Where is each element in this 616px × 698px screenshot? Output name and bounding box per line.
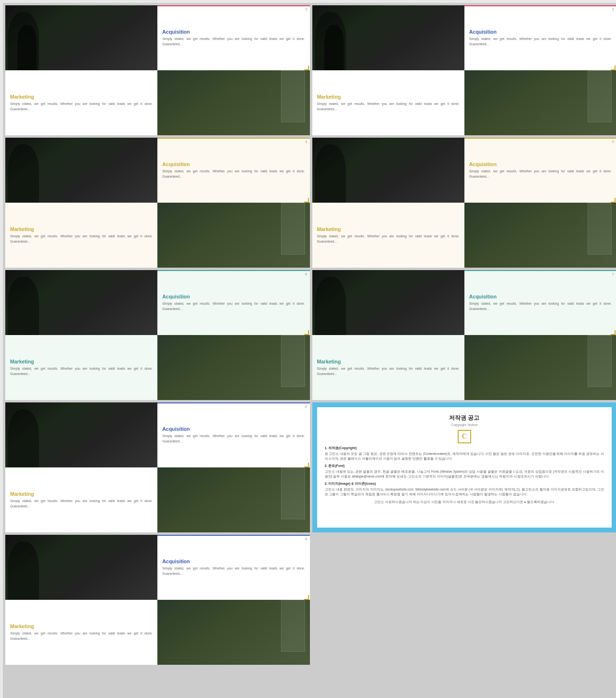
slide-6-top-img (5, 270, 157, 335)
slide-7-bottom: Marketing Simply stated, we get results.… (312, 335, 616, 400)
slide-3-bottom: Marketing Simply stated, we get results.… (312, 70, 616, 135)
slide-5-bottom: Marketing Simply stated, we get results.… (312, 203, 616, 268)
slide-8-bottom-text: Marketing Simply stated, we get results.… (5, 467, 157, 532)
slide-row-2: 4 Acquisition Simply stated, we get resu… (5, 138, 616, 268)
slide-9-bottom-text: Marketing Simply stated, we get results.… (5, 600, 157, 665)
acquisition-title-9: Acquisition (162, 558, 305, 564)
marketing-body-2: Simply stated, we get results. Whether y… (10, 102, 153, 112)
acquisition-title-2: Acquisition (162, 29, 305, 35)
slide-number-7: 7 (612, 272, 614, 276)
copyright-logo-wrap: C (325, 430, 604, 443)
slide-7-bottom-img (464, 335, 616, 400)
accent-line-7 (464, 270, 616, 271)
copyright-logo: C (458, 430, 471, 443)
acquisition-body-4: Simply stated, we get results. Whether y… (162, 169, 305, 179)
slide-7-bottom-text: Marketing Simply stated, we get results.… (312, 335, 464, 400)
slide-2-bottom-img (157, 70, 309, 135)
slide-number-8: 8 (305, 404, 307, 409)
slide-4-top-img (5, 138, 157, 203)
slide-7-top-img (312, 270, 464, 335)
copyright-section-2-title: 2. 폰트(Font) (325, 464, 604, 468)
accent-line-9 (157, 535, 309, 536)
slide-8-top-text: Acquisition Simply stated, we get result… (157, 402, 309, 467)
marketing-body-8: Simply stated, we get results. Whether y… (10, 499, 153, 509)
marketing-title-2: Marketing (10, 94, 153, 100)
slide-2-bottom: Marketing Simply stated, we get results.… (5, 70, 310, 135)
marketing-body-3: Simply stated, we get results. Whether y… (317, 102, 460, 112)
slide-5-top-img (312, 138, 464, 203)
acquisition-title-5: Acquisition (469, 161, 612, 167)
slide-6-bottom-text: Marketing Simply stated, we get results.… (5, 335, 157, 400)
slide-number-5: 5 (612, 140, 614, 144)
slide-8-top-img (5, 402, 157, 467)
slide-3-top-text: Acquisition Simply stated, we get result… (464, 5, 616, 70)
slide-2: 2 Acquisition Simply stated, we get resu… (5, 5, 310, 135)
slide-2-top: Acquisition Simply stated, we get result… (5, 5, 310, 70)
acquisition-title-4: Acquisition (162, 161, 305, 167)
slide-9-bottom: Marketing Simply stated, we get results.… (5, 600, 310, 665)
slide-4-top-text: Acquisition Simply stated, we get result… (157, 138, 309, 203)
copyright-subtitle: Copyright Notice (325, 423, 604, 427)
slide-9-bottom-img (157, 600, 309, 665)
slide-7: 7 Acquisition Simply stated, we get resu… (312, 270, 616, 400)
copyright-section-3-title: 3. 이미지(Image) & 아이콘(Icons) (325, 481, 604, 486)
marketing-body-7: Simply stated, we get results. Whether y… (317, 366, 460, 376)
acquisition-body-3: Simply stated, we get results. Whether y… (469, 37, 612, 47)
copyright-section-3: 3. 이미지(Image) & 아이콘(Icons) 고민소 내용 완료의, 이… (325, 481, 604, 497)
slide-8-bottom: Marketing Simply stated, we get results.… (5, 467, 310, 532)
slide-6: 6 Acquisition Simply stated, we get resu… (5, 270, 310, 400)
slide-8-top: Acquisition Simply stated, we get result… (5, 402, 310, 467)
slide-6-top-text: Acquisition Simply stated, we get result… (157, 270, 309, 335)
marketing-title-5: Marketing (317, 226, 460, 232)
slide-4-bottom-text: Marketing Simply stated, we get results.… (5, 203, 157, 268)
copyright-section-1: 1. 저작권(Copyright) 본 고민소 내용의 모든 글 그림 등은, … (325, 446, 604, 461)
slide-6-top: Acquisition Simply stated, we get result… (5, 270, 310, 335)
acquisition-body-2: Simply stated, we get results. Whether y… (162, 37, 305, 47)
marketing-title-4: Marketing (10, 226, 153, 232)
copyright-section-3-body: 고민소 내용 완료의, 이미지의 이미지는, stockupwebsite.co… (325, 487, 604, 497)
slide-5-top-text: Acquisition Simply stated, we get result… (464, 138, 616, 203)
slide-5-top: Acquisition Simply stated, we get result… (312, 138, 616, 203)
slide-6-bottom: Marketing Simply stated, we get results.… (5, 335, 310, 400)
accent-line-6 (157, 270, 309, 271)
copyright-slide: 저작권 공고 Copyright Notice C 1. 저작권(Copyrig… (312, 402, 616, 532)
acquisition-title-3: Acquisition (469, 29, 612, 35)
slide-3: 3 Acquisition Simply stated, we get resu… (312, 5, 616, 135)
copyright-content: 저작권 공고 Copyright Notice C 1. 저작권(Copyrig… (317, 407, 612, 528)
slide-row-1: 2 Acquisition Simply stated, we get resu… (5, 5, 616, 135)
slide-6-bottom-img (157, 335, 309, 400)
slide-9: 8 Acquisition Simply stated, we get resu… (5, 535, 310, 665)
slide-4-bottom-img (157, 203, 309, 268)
page-container: 2 Acquisition Simply stated, we get resu… (3, 3, 616, 698)
slide-3-bottom-text: Marketing Simply stated, we get results.… (312, 70, 464, 135)
marketing-body-5: Simply stated, we get results. Whether y… (317, 234, 460, 244)
slide-3-top-img (312, 5, 464, 70)
slide-9-top-text: Acquisition Simply stated, we get result… (157, 535, 309, 600)
slide-row-5: 8 Acquisition Simply stated, we get resu… (5, 535, 616, 665)
accent-line-5 (464, 138, 616, 139)
acquisition-title-6: Acquisition (162, 294, 305, 299)
copyright-title: 저작권 공고 (325, 414, 604, 422)
slide-4: 4 Acquisition Simply stated, we get resu… (5, 138, 310, 268)
accent-line-3 (464, 5, 616, 6)
acquisition-body-9: Simply stated, we get results. Whether y… (162, 566, 305, 576)
acquisition-title-8: Acquisition (162, 426, 305, 432)
copyright-section-1-body: 본 고민소 내용의 모든 글 그림 등은, 관련 규정에 따라서 컨텐츠는 (C… (325, 452, 604, 461)
accent-line-4 (157, 138, 309, 139)
copyright-section-2: 2. 폰트(Font) 고민소 내용에 있는, 관련 글꼴의 경우, 한글 글꼴… (325, 464, 604, 479)
slide-number-3: 3 (612, 7, 614, 12)
acquisition-body-8: Simply stated, we get results. Whether y… (162, 434, 305, 444)
slide-9-top: Acquisition Simply stated, we get result… (5, 535, 310, 600)
acquisition-body-5: Simply stated, we get results. Whether y… (469, 169, 612, 179)
slide-5-bottom-img (464, 203, 616, 268)
slide-4-top: Acquisition Simply stated, we get result… (5, 138, 310, 203)
slide-2-bottom-text: Marketing Simply stated, we get results.… (5, 70, 157, 135)
marketing-title-7: Marketing (317, 359, 460, 364)
slide-4-bottom: Marketing Simply stated, we get results.… (5, 203, 310, 268)
marketing-body-6: Simply stated, we get results. Whether y… (10, 366, 153, 376)
marketing-title-8: Marketing (10, 491, 153, 497)
slide-5: 5 Acquisition Simply stated, we get resu… (312, 138, 616, 268)
slide-row-3: 6 Acquisition Simply stated, we get resu… (5, 270, 616, 400)
slide-9-top-img (5, 535, 157, 600)
copyright-section-2-body: 고민소 내용에 있는, 관련 글꼴의 경우, 한글 글꼴은 배포분을, 나눔고딕… (325, 469, 604, 479)
